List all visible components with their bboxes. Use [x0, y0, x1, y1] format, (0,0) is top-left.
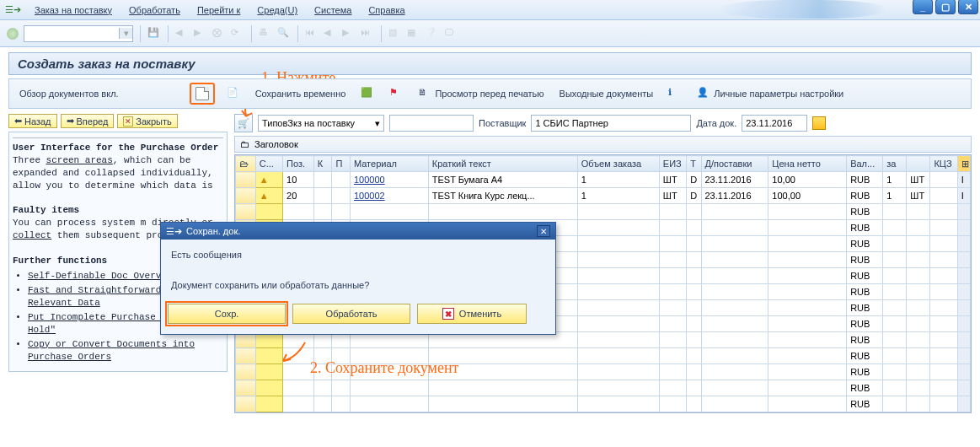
- empty-cell[interactable]: [930, 396, 957, 412]
- empty-cell[interactable]: [428, 380, 577, 396]
- uom-cell[interactable]: ШТ: [659, 188, 686, 204]
- messages-button[interactable]: ⚑: [386, 85, 406, 102]
- material-cell[interactable]: 100000: [350, 172, 428, 188]
- currency-cell[interactable]: RUB: [847, 332, 883, 348]
- empty-cell[interactable]: [907, 348, 930, 364]
- empty-cell[interactable]: [907, 300, 930, 316]
- dialog-process-button[interactable]: Обработать: [292, 304, 410, 324]
- empty-cell[interactable]: [577, 268, 659, 284]
- empty-cell[interactable]: [687, 220, 701, 236]
- menubar-expand-icon[interactable]: ☰➔: [5, 4, 21, 15]
- col-header[interactable]: Цена нетто: [768, 156, 847, 172]
- empty-cell[interactable]: [687, 300, 701, 316]
- empty-cell[interactable]: [883, 396, 907, 412]
- empty-cell[interactable]: [283, 364, 314, 380]
- col-header[interactable]: Вал...: [847, 156, 883, 172]
- empty-cell[interactable]: [577, 396, 659, 412]
- empty-cell[interactable]: [687, 236, 701, 252]
- status-cell[interactable]: [255, 204, 282, 220]
- delivery-date-cell[interactable]: 23.11.2016: [701, 172, 768, 188]
- empty-cell[interactable]: [659, 252, 686, 268]
- empty-cell[interactable]: [687, 284, 701, 300]
- empty-cell[interactable]: [768, 316, 847, 332]
- help-icon[interactable]: ❔: [426, 27, 439, 40]
- empty-cell[interactable]: [907, 316, 930, 332]
- currency-cell[interactable]: RUB: [847, 252, 883, 268]
- empty-cell[interactable]: [930, 316, 957, 332]
- per-cell[interactable]: 1: [883, 188, 907, 204]
- empty-cell[interactable]: [332, 396, 351, 412]
- close-button[interactable]: ✕ Закрыть: [117, 114, 177, 128]
- empty-cell[interactable]: [659, 220, 686, 236]
- uom-cell[interactable]: ШТ: [659, 172, 686, 188]
- empty-cell[interactable]: [930, 332, 957, 348]
- empty-cell[interactable]: [313, 396, 332, 412]
- pos-cell[interactable]: 20: [283, 188, 314, 204]
- empty-cell[interactable]: [930, 284, 957, 300]
- empty-cell[interactable]: [907, 364, 930, 380]
- other-po-button[interactable]: 📄: [223, 85, 244, 102]
- unit-cell[interactable]: ШТ: [907, 172, 930, 188]
- empty-cell[interactable]: [907, 284, 930, 300]
- menu-item[interactable]: Обработать: [120, 5, 189, 15]
- warning-icon[interactable]: [812, 116, 826, 130]
- empty-cell[interactable]: [577, 300, 659, 316]
- empty-cell[interactable]: [659, 268, 686, 284]
- output-docs-button[interactable]: Выходные документы: [556, 87, 657, 100]
- empty-cell[interactable]: [883, 332, 907, 348]
- p-cell[interactable]: [332, 172, 351, 188]
- header-section-toggle[interactable]: 🗀 Заголовок: [234, 136, 972, 153]
- empty-cell[interactable]: [883, 220, 907, 236]
- currency-cell[interactable]: RUB: [847, 396, 883, 412]
- empty-cell[interactable]: [883, 316, 907, 332]
- empty-cell[interactable]: [687, 348, 701, 364]
- status-cell[interactable]: [255, 364, 282, 380]
- empty-cell[interactable]: [283, 396, 314, 412]
- doc-date-field[interactable]: 23.11.2016: [742, 115, 807, 132]
- kcz-cell[interactable]: [930, 172, 957, 188]
- empty-cell[interactable]: [659, 396, 686, 412]
- empty-cell[interactable]: [577, 332, 659, 348]
- empty-cell[interactable]: [313, 204, 332, 220]
- empty-cell[interactable]: [768, 236, 847, 252]
- unit-cell[interactable]: ШТ: [907, 188, 930, 204]
- col-header[interactable]: К: [313, 156, 332, 172]
- empty-cell[interactable]: [701, 396, 768, 412]
- help-link[interactable]: Self-Definable Doc Overview: [28, 271, 178, 281]
- row-selector[interactable]: [236, 348, 256, 364]
- find-icon[interactable]: 🔍: [277, 27, 291, 40]
- empty-cell[interactable]: [577, 204, 659, 220]
- row-selector[interactable]: [236, 172, 256, 188]
- empty-cell[interactable]: [883, 300, 907, 316]
- dialog-close-icon[interactable]: ✕: [537, 225, 550, 237]
- col-header[interactable]: Материал: [350, 156, 428, 172]
- forward-icon[interactable]: ▶: [194, 27, 207, 40]
- row-selector[interactable]: [236, 364, 256, 380]
- empty-cell[interactable]: [577, 252, 659, 268]
- help-link[interactable]: screen areas: [46, 155, 113, 165]
- empty-cell[interactable]: [350, 204, 428, 220]
- empty-cell[interactable]: [930, 364, 957, 380]
- empty-cell[interactable]: [577, 316, 659, 332]
- empty-cell[interactable]: [883, 380, 907, 396]
- empty-cell[interactable]: [883, 252, 907, 268]
- empty-cell[interactable]: [577, 380, 659, 396]
- col-header[interactable]: С...: [255, 156, 282, 172]
- empty-cell[interactable]: [930, 236, 957, 252]
- status-cell[interactable]: ▲: [255, 172, 282, 188]
- col-header[interactable]: Поз.: [283, 156, 314, 172]
- next-page-icon[interactable]: ▶: [342, 27, 356, 40]
- short-text-cell[interactable]: TEST Книга Курс лекц...: [428, 188, 577, 204]
- empty-cell[interactable]: [577, 284, 659, 300]
- empty-cell[interactable]: [687, 204, 701, 220]
- empty-cell[interactable]: [659, 236, 686, 252]
- currency-cell[interactable]: RUB: [847, 300, 883, 316]
- empty-cell[interactable]: [701, 220, 768, 236]
- menu-item[interactable]: Перейти к: [189, 5, 249, 15]
- empty-cell[interactable]: [768, 252, 847, 268]
- empty-cell[interactable]: [701, 364, 768, 380]
- empty-cell[interactable]: [687, 252, 701, 268]
- empty-cell[interactable]: [577, 220, 659, 236]
- empty-cell[interactable]: [701, 380, 768, 396]
- doc-type-select[interactable]: ТиповЗкз на поставку▾: [258, 115, 384, 132]
